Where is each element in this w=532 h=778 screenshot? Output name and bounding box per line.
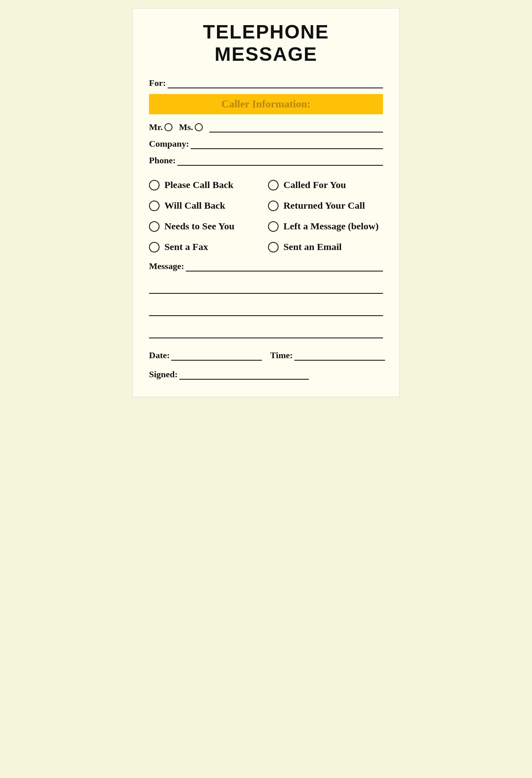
message-line-3[interactable]	[149, 305, 383, 316]
called-for-you-circle[interactable]	[268, 180, 279, 190]
company-row: Company:	[149, 138, 383, 149]
company-label: Company:	[149, 139, 189, 149]
checkbox-please-call-back: Please Call Back	[149, 180, 264, 190]
date-label: Date:	[149, 350, 170, 361]
message-line-2[interactable]	[149, 283, 383, 294]
signed-row: Signed:	[149, 369, 383, 380]
form-title: TELEPHONE MESSAGE	[149, 21, 383, 65]
time-label: Time:	[270, 350, 293, 361]
phone-input[interactable]	[177, 155, 383, 166]
returned-your-call-circle[interactable]	[268, 201, 279, 211]
sent-an-email-circle[interactable]	[268, 242, 279, 252]
message-section: Message:	[149, 261, 383, 338]
checkboxes-section: Please Call Back Called For You Will Cal…	[149, 180, 383, 252]
mr-radio[interactable]	[164, 123, 172, 131]
for-label: For:	[149, 78, 166, 88]
message-line-1[interactable]	[186, 261, 383, 271]
date-input[interactable]	[171, 350, 262, 361]
name-input[interactable]	[209, 122, 383, 133]
sent-an-email-label: Sent an Email	[283, 242, 342, 252]
checkbox-sent-an-email: Sent an Email	[268, 242, 383, 252]
checkbox-sent-a-fax: Sent a Fax	[149, 242, 264, 252]
signed-label: Signed:	[149, 369, 178, 380]
will-call-back-label: Will Call Back	[164, 200, 225, 211]
phone-label: Phone:	[149, 155, 176, 166]
for-input[interactable]	[168, 77, 383, 88]
ms-radio[interactable]	[195, 123, 203, 131]
caller-banner: Caller Information:	[149, 94, 383, 114]
message-label: Message:	[149, 261, 184, 271]
ms-label: Ms.	[179, 122, 193, 133]
checkbox-needs-to-see-you: Needs to See You	[149, 221, 264, 232]
for-row: For:	[149, 77, 383, 88]
telephone-message-form: TELEPHONE MESSAGE For: Caller Informatio…	[132, 8, 400, 397]
sent-a-fax-label: Sent a Fax	[164, 242, 208, 252]
signed-input[interactable]	[179, 369, 309, 380]
needs-to-see-you-circle[interactable]	[149, 221, 160, 232]
will-call-back-circle[interactable]	[149, 201, 160, 211]
checkbox-will-call-back: Will Call Back	[149, 200, 264, 211]
caller-banner-text: Caller Information:	[221, 98, 311, 110]
left-a-message-label: Left a Message (below)	[283, 221, 379, 232]
checkbox-called-for-you: Called For You	[268, 180, 383, 190]
time-block: Time:	[270, 350, 385, 361]
mr-label: Mr.	[149, 122, 163, 133]
sent-a-fax-circle[interactable]	[149, 242, 160, 252]
returned-your-call-label: Returned Your Call	[283, 200, 365, 211]
phone-row: Phone:	[149, 155, 383, 166]
date-block: Date:	[149, 350, 262, 361]
checkbox-returned-your-call: Returned Your Call	[268, 200, 383, 211]
message-line-4[interactable]	[149, 327, 383, 338]
please-call-back-circle[interactable]	[149, 180, 160, 190]
message-first-row: Message:	[149, 261, 383, 271]
called-for-you-label: Called For You	[283, 180, 346, 190]
mr-ms-row: Mr. Ms.	[149, 122, 383, 133]
please-call-back-label: Please Call Back	[164, 180, 234, 190]
time-input[interactable]	[294, 350, 385, 361]
needs-to-see-you-label: Needs to See You	[164, 221, 234, 232]
company-input[interactable]	[191, 138, 383, 149]
left-a-message-circle[interactable]	[268, 221, 279, 232]
date-time-row: Date: Time:	[149, 350, 383, 361]
checkbox-left-a-message: Left a Message (below)	[268, 221, 383, 232]
